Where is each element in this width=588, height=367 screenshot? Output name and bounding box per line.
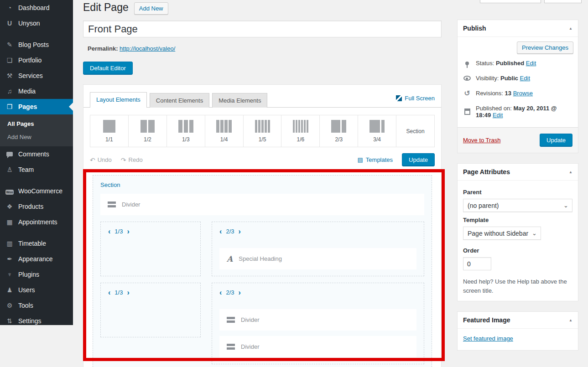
comments-icon xyxy=(5,152,15,156)
move-right-icon[interactable]: › xyxy=(239,290,241,295)
sidebar-item-woocommerce[interactable]: WooWooCommerce xyxy=(0,183,73,199)
sidebar-item-label: Users xyxy=(18,286,35,294)
move-to-trash-link[interactable]: Move to Trash xyxy=(463,137,500,144)
collapse-icon[interactable]: ▲ xyxy=(569,26,572,31)
layout-element-1-1[interactable]: 1/1 xyxy=(90,115,129,147)
sidebar-item-blog-posts[interactable]: ✎Blog Posts xyxy=(0,37,73,52)
order-input[interactable] xyxy=(463,257,491,270)
sidebar-item-dashboard[interactable]: ◔Dashboard xyxy=(0,0,73,16)
sidebar-item-appearance[interactable]: ✒Appearance xyxy=(0,251,73,267)
pages-submenu: All Pages Add New xyxy=(0,114,73,146)
edit-visibility-link[interactable]: Edit xyxy=(520,75,530,82)
wrench-icon: ⚙ xyxy=(5,301,15,310)
move-left-icon[interactable]: ‹ xyxy=(219,229,222,234)
layout-element-1-2[interactable]: 1/2 xyxy=(129,115,167,147)
layout-element-1-3[interactable]: 1/3 xyxy=(167,115,205,147)
move-right-icon[interactable]: › xyxy=(239,229,241,234)
sidebar-item-tools[interactable]: ⚙Tools xyxy=(0,298,73,313)
section-container[interactable]: Section Divider ‹ 1/3 › xyxy=(93,175,432,367)
cube-icon: ❖ xyxy=(5,202,15,211)
column-two-thirds[interactable]: ‹ 2/3 › Divider Divider xyxy=(212,283,424,364)
hammer-icon: ⚒ xyxy=(5,72,15,80)
sidebar-item-portfolio[interactable]: ❏Portfolio xyxy=(0,52,73,68)
layout-element-3-4[interactable]: 3/4 xyxy=(358,115,396,147)
sidebar-item-media[interactable]: ♫Media xyxy=(0,83,73,99)
update-button-toolbar[interactable]: Update xyxy=(402,153,435,166)
edit-date-link[interactable]: Edit xyxy=(493,112,503,119)
users-icon: ♟ xyxy=(5,286,15,294)
set-featured-image-link[interactable]: Set featured image xyxy=(463,335,513,342)
help-text: Need help? Use the Help tab above the sc… xyxy=(463,277,572,295)
submenu-item-add-new[interactable]: Add New xyxy=(0,130,73,144)
featured-image-panel-header[interactable]: Featured Image ▲ xyxy=(458,312,578,329)
column-one-third[interactable]: ‹ 1/3 › xyxy=(100,283,201,337)
sidebar-item-label: Team xyxy=(18,165,34,174)
default-editor-button[interactable]: Default Editor xyxy=(83,62,133,75)
sidebar-item-label: Services xyxy=(18,72,43,80)
submenu-item-all-pages[interactable]: All Pages xyxy=(0,117,73,130)
browse-revisions-link[interactable]: Browse xyxy=(513,90,533,97)
column-one-third[interactable]: ‹ 1/3 › xyxy=(100,222,201,276)
tab-media-elements[interactable]: Media Elements xyxy=(212,93,267,108)
sidebar-item-unyson[interactable]: UUnyson xyxy=(0,16,73,31)
columns-1-6-icon xyxy=(293,120,308,133)
move-left-icon[interactable]: ‹ xyxy=(219,290,222,295)
edit-status-link[interactable]: Edit xyxy=(526,60,536,67)
redo-button[interactable]: ↷Redo xyxy=(121,156,143,164)
layout-element-1-6[interactable]: 1/6 xyxy=(281,115,320,147)
post-title-input[interactable] xyxy=(83,21,442,37)
undo-button[interactable]: ↶Undo xyxy=(90,156,112,164)
menu-separator xyxy=(0,230,73,236)
sidebar-item-team[interactable]: ♙Team xyxy=(0,162,73,177)
add-new-page-button[interactable]: Add New xyxy=(134,2,168,15)
layout-element-1-4[interactable]: 1/4 xyxy=(205,115,244,147)
divider-widget[interactable]: Divider xyxy=(219,309,416,331)
sidebar-item-plugins[interactable]: ♆Plugins xyxy=(0,267,73,282)
layout-element-2-3[interactable]: 2/3 xyxy=(320,115,358,147)
column-two-thirds[interactable]: ‹ 2/3 › A Special Heading xyxy=(212,222,424,276)
sidebar-item-label: Tools xyxy=(18,301,33,310)
builder-toolbar: ↶Undo ↷Redo ▤Templates Update xyxy=(83,147,441,172)
preview-changes-button[interactable]: Preview Changes xyxy=(517,41,573,54)
redo-icon: ↷ xyxy=(121,156,126,164)
move-left-icon[interactable]: ‹ xyxy=(108,290,110,295)
sidebar-item-services[interactable]: ⚒Services xyxy=(0,68,73,83)
divider-widget[interactable]: Divider xyxy=(219,336,416,357)
revisions-count: 13 xyxy=(505,90,511,97)
sidebar-item-comments[interactable]: Comments xyxy=(0,146,73,162)
tab-content-elements[interactable]: Content Elements xyxy=(150,93,209,108)
page-attributes-panel-header[interactable]: Page Attributes ▲ xyxy=(458,164,578,181)
move-right-icon[interactable]: › xyxy=(127,290,129,295)
sidebar-item-users[interactable]: ♟Users xyxy=(0,282,73,298)
move-right-icon[interactable]: › xyxy=(127,229,129,234)
collapse-icon[interactable]: ▲ xyxy=(569,170,572,174)
visibility-row: Visibility: Public Edit xyxy=(458,71,578,86)
permalink-link[interactable]: http://localhost/valeo/ xyxy=(120,45,175,52)
divider-widget[interactable]: Divider xyxy=(100,194,424,215)
fullscreen-link[interactable]: Full Screen xyxy=(396,95,435,107)
move-left-icon[interactable]: ‹ xyxy=(108,229,110,234)
help-tab-partial[interactable] xyxy=(544,0,582,3)
page-builder-box: Layout Elements Content Elements Media E… xyxy=(83,84,442,367)
sidebar-item-settings[interactable]: ⇅Settings xyxy=(0,313,73,329)
status-row: Status: Published Edit xyxy=(458,56,578,71)
sidebar-item-label: Media xyxy=(18,87,36,95)
collapse-icon[interactable]: ▲ xyxy=(569,318,572,322)
sidebar-item-timetable[interactable]: ▥Timetable xyxy=(0,236,73,251)
parent-select[interactable]: (no parent) ⌄ xyxy=(463,199,572,212)
template-select[interactable]: Page without Sidebar ⌄ xyxy=(463,227,541,240)
menu-separator xyxy=(0,31,73,37)
layout-element-1-5[interactable]: 1/5 xyxy=(244,115,282,147)
layout-element-section[interactable]: Section xyxy=(396,115,434,147)
templates-link[interactable]: ▤Templates xyxy=(358,156,393,163)
sidebar-item-products[interactable]: ❖Products xyxy=(0,199,73,214)
special-heading-widget[interactable]: A Special Heading xyxy=(219,248,416,269)
publish-panel-header[interactable]: Publish ▲ xyxy=(458,20,578,37)
screen-options-tab-partial[interactable] xyxy=(480,0,541,3)
update-button[interactable]: Update xyxy=(540,134,572,147)
sidebar-item-label: Timetable xyxy=(18,239,46,248)
sidebar-item-pages[interactable]: ❐Pages xyxy=(0,99,73,114)
sidebar-item-appointments[interactable]: ▦Appointments xyxy=(0,214,73,230)
tab-layout-elements[interactable]: Layout Elements xyxy=(90,92,147,108)
builder-tabs: Layout Elements Content Elements Media E… xyxy=(83,85,441,108)
